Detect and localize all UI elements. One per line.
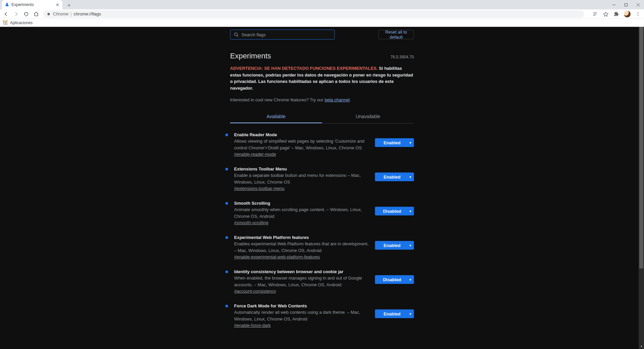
extensions-icon[interactable] — [613, 11, 620, 17]
scrollbar[interactable]: ▾ — [639, 27, 644, 349]
flask-icon — [5, 2, 9, 7]
browser-tab[interactable]: Experiments ✕ — [2, 0, 62, 9]
svg-point-10 — [638, 13, 638, 14]
flag-row: Force Dark Mode for Web ContentsAutomati… — [230, 303, 414, 328]
svg-point-4 — [48, 13, 50, 15]
modified-dot-icon — [225, 202, 228, 205]
maximize-button[interactable] — [620, 0, 632, 9]
modified-dot-icon — [225, 134, 228, 136]
chrome-menu-icon[interactable] — [635, 11, 641, 17]
flag-hash-link[interactable]: #enable-force-dark — [234, 323, 271, 328]
apps-label[interactable]: Aplicaciones — [10, 20, 33, 25]
flag-description: Enables experimental Web Platform featur… — [234, 241, 369, 254]
flags-page: Reset all to default Experiments 78.0.39… — [230, 27, 414, 328]
reload-button[interactable] — [23, 11, 30, 17]
reading-list-icon[interactable] — [592, 11, 598, 17]
tab-title: Experiments — [11, 2, 34, 7]
forward-button[interactable] — [13, 11, 19, 17]
window-controls — [608, 0, 644, 9]
tab-strip: Experiments ✕ + — [0, 0, 644, 9]
beta-prefix: Interested in cool new Chrome features? … — [230, 97, 325, 102]
flag-list: Enable Reader ModeAllows viewing of simp… — [230, 132, 414, 328]
svg-point-9 — [638, 12, 638, 13]
home-button[interactable] — [33, 11, 40, 17]
page-title: Experiments — [230, 52, 271, 60]
flag-hash-link[interactable]: #smooth-scrolling — [234, 220, 268, 225]
modified-dot-icon — [225, 236, 228, 239]
flag-title: Experimental Web Platform features — [234, 235, 369, 240]
warning-text: ADVERTENCIA: SE HAN DETECTADO FUNCIONES … — [230, 65, 414, 91]
modified-dot-icon — [225, 305, 228, 307]
reset-all-button[interactable]: Reset all to default — [378, 30, 414, 39]
site-info-icon — [46, 12, 51, 16]
omnibox-divider: | — [70, 11, 71, 16]
flag-hash-link[interactable]: #enable-reader-mode — [234, 152, 276, 157]
flag-state-select[interactable]: Disabled — [375, 275, 414, 284]
tabs: Available Unavailable — [230, 110, 414, 123]
tab-close-icon[interactable]: ✕ — [55, 2, 60, 7]
tab-available[interactable]: Available — [230, 110, 322, 123]
flag-state-select[interactable]: Enabled — [375, 138, 414, 147]
flag-title: Extensions Toolbar Menu — [234, 166, 369, 171]
flag-description: When enabled, the browser manages signin… — [234, 275, 369, 288]
profile-avatar[interactable] — [624, 11, 631, 17]
flag-row: Smooth ScrollingAnimate smoothly when sc… — [230, 201, 414, 226]
flag-description: Enable a separate toolbar button and men… — [234, 172, 369, 185]
flag-title: Smooth Scrolling — [234, 201, 369, 206]
bookmarks-bar: Aplicaciones — [0, 19, 644, 27]
flag-row: Extensions Toolbar MenuEnable a separate… — [230, 166, 414, 191]
back-button[interactable] — [3, 11, 9, 17]
address-bar[interactable]: Chrome | chrome://flags — [43, 10, 584, 18]
omnibox-url: chrome://flags — [74, 11, 101, 16]
minimize-button[interactable] — [608, 0, 620, 9]
page-viewport: ▾ Reset all to default Experiments 78.0.… — [0, 27, 644, 349]
omnibox-label: Chrome — [53, 11, 68, 16]
search-flags-input[interactable] — [241, 32, 331, 37]
apps-icon[interactable] — [3, 20, 8, 25]
flag-state-select[interactable]: Enabled — [375, 309, 414, 318]
search-icon — [234, 32, 239, 37]
beta-prompt: Interested in cool new Chrome features? … — [230, 97, 414, 102]
flag-title: Identity consistency between browser and… — [234, 269, 369, 274]
scroll-down-icon[interactable]: ▾ — [639, 344, 644, 349]
svg-marker-8 — [603, 12, 608, 16]
svg-point-11 — [638, 15, 638, 16]
new-tab-button[interactable]: + — [65, 1, 73, 9]
close-window-button[interactable] — [632, 0, 644, 9]
search-flags-box[interactable] — [230, 30, 335, 40]
flag-state-select[interactable]: Disabled — [375, 207, 414, 215]
flag-hash-link[interactable]: #enable-experimental-web-platform-featur… — [234, 254, 320, 259]
modified-dot-icon — [225, 168, 228, 170]
flag-state-select[interactable]: Enabled — [375, 172, 414, 181]
flag-row: Enable Reader ModeAllows viewing of simp… — [230, 132, 414, 157]
flag-row: Experimental Web Platform featuresEnable… — [230, 235, 414, 260]
flag-hash-link[interactable]: #account-consistency — [234, 289, 276, 294]
tab-unavailable[interactable]: Unavailable — [322, 110, 414, 123]
warning-red: ADVERTENCIA: SE HAN DETECTADO FUNCIONES … — [230, 66, 378, 71]
flag-row: Identity consistency between browser and… — [230, 269, 414, 294]
flag-description: Allows viewing of simplified web pages b… — [234, 138, 369, 151]
flag-hash-link[interactable]: #extensions-toolbar-menu — [234, 186, 284, 191]
bookmark-star-icon[interactable] — [602, 11, 609, 17]
chrome-version: 78.0.3904.70 — [390, 55, 414, 59]
flag-description: Automatically render all web contents us… — [234, 309, 369, 322]
beta-channel-link[interactable]: beta channel — [325, 97, 350, 102]
flag-title: Enable Reader Mode — [234, 132, 369, 137]
flag-state-select[interactable]: Enabled — [375, 241, 414, 250]
flag-title: Force Dark Mode for Web Contents — [234, 303, 369, 308]
toolbar: Chrome | chrome://flags — [0, 9, 644, 19]
scrollbar-thumb[interactable] — [639, 27, 643, 268]
flag-description: Animate smoothly when scrolling page con… — [234, 206, 369, 219]
svg-rect-1 — [625, 3, 627, 6]
modified-dot-icon — [225, 270, 228, 273]
